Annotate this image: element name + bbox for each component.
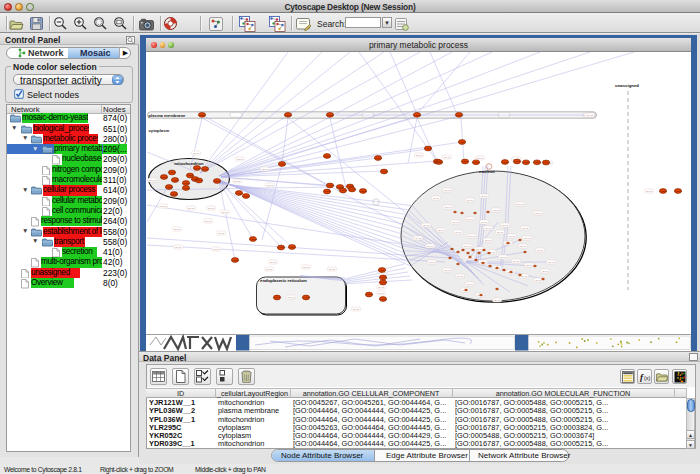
svg-text:ab-cd: ab-cd <box>438 229 445 232</box>
svg-text:ab-cd: ab-cd <box>535 212 542 215</box>
svg-text:ab-cd: ab-cd <box>548 261 555 264</box>
svg-text:ab-cd: ab-cd <box>481 221 488 224</box>
svg-text:ab-cd: ab-cd <box>427 245 434 248</box>
svg-text:ab-cd: ab-cd <box>537 249 544 252</box>
svg-text:ab-cd: ab-cd <box>509 235 516 238</box>
svg-text:ab-cd: ab-cd <box>485 227 492 230</box>
svg-text:YALxxx: YALxxx <box>472 161 481 164</box>
svg-text:YALxxx: YALxxx <box>249 238 258 241</box>
svg-text:unassigned: unassigned <box>615 83 639 88</box>
svg-text:ab-cd: ab-cd <box>444 269 451 272</box>
svg-text:YALxxx: YALxxx <box>195 179 204 182</box>
svg-text:ab-cd: ab-cd <box>188 207 195 210</box>
svg-text:ab-cd: ab-cd <box>444 156 451 159</box>
svg-text:ab-cd: ab-cd <box>535 279 542 282</box>
svg-text:YALxxx: YALxxx <box>182 182 191 185</box>
svg-text:YALxxx: YALxxx <box>455 114 464 117</box>
svg-text:YALxxx: YALxxx <box>168 171 177 174</box>
svg-text:YALxxx: YALxxx <box>326 184 335 187</box>
svg-text:ab-cd: ab-cd <box>329 268 336 271</box>
svg-text:ab-cd: ab-cd <box>213 248 220 251</box>
svg-text:YALxxx: YALxxx <box>170 193 179 196</box>
svg-text:ab-cd: ab-cd <box>267 184 274 187</box>
svg-text:ab-cd: ab-cd <box>497 231 504 234</box>
svg-text:YALxxx: YALxxx <box>186 174 195 177</box>
svg-text:ab-cd: ab-cd <box>416 154 423 157</box>
svg-text:YALxxx: YALxxx <box>165 186 174 189</box>
svg-text:YALxxx: YALxxx <box>461 160 470 163</box>
svg-text:YALxxx: YALxxx <box>160 176 169 179</box>
svg-text:ab-cd: ab-cd <box>520 245 527 248</box>
svg-text:YALxxx: YALxxx <box>435 161 444 164</box>
svg-text:YALxxx: YALxxx <box>326 114 335 117</box>
svg-text:ab-cd: ab-cd <box>234 180 241 183</box>
svg-text:YALxxx: YALxxx <box>458 141 467 144</box>
svg-text:ab-cd: ab-cd <box>270 261 277 264</box>
svg-text:ab-cd: ab-cd <box>452 221 459 224</box>
svg-text:YALxxx: YALxxx <box>378 269 387 272</box>
svg-text:ab-cd: ab-cd <box>521 275 528 278</box>
svg-text:YALxxx: YALxxx <box>278 163 287 166</box>
svg-text:YALxxx: YALxxx <box>242 195 251 198</box>
svg-text:nucleus: nucleus <box>479 169 495 174</box>
svg-text:ab-cd: ab-cd <box>467 283 474 286</box>
svg-text:ab-cd: ab-cd <box>524 237 531 240</box>
svg-text:ab-cd: ab-cd <box>467 218 474 221</box>
svg-text:ab-cd: ab-cd <box>266 268 273 271</box>
svg-text:YALxxx: YALxxx <box>674 190 683 193</box>
svg-text:ab-cd: ab-cd <box>262 168 269 171</box>
svg-text:plasma membrane: plasma membrane <box>149 113 186 118</box>
svg-text:ab-cd: ab-cd <box>485 239 492 242</box>
svg-text:ab-cd: ab-cd <box>467 199 474 202</box>
svg-text:ab-cd: ab-cd <box>218 232 225 235</box>
svg-text:YALxxx: YALxxx <box>365 293 374 296</box>
svg-text:ab-cd: ab-cd <box>457 275 464 278</box>
svg-text:ab-cd: ab-cd <box>542 270 549 273</box>
svg-text:YALxxx: YALxxx <box>284 114 293 117</box>
svg-text:YALxxx: YALxxx <box>323 190 332 193</box>
svg-text:YALxxx: YALxxx <box>659 190 668 193</box>
svg-text:YALxxx: YALxxx <box>182 187 191 190</box>
svg-text:YALxxx: YALxxx <box>193 167 202 170</box>
svg-text:YALxxx: YALxxx <box>501 161 510 164</box>
svg-text:ab-cd: ab-cd <box>423 224 430 227</box>
svg-text:ab-cd: ab-cd <box>378 286 385 289</box>
svg-text:ab-cd: ab-cd <box>500 256 507 259</box>
svg-text:ab-cd: ab-cd <box>175 246 182 249</box>
svg-text:ab-cd: ab-cd <box>481 195 488 198</box>
svg-text:ab-cd: ab-cd <box>526 264 533 267</box>
svg-text:ab-cd: ab-cd <box>378 292 385 295</box>
svg-text:ab-cd: ab-cd <box>160 205 167 208</box>
svg-text:YALxxx: YALxxx <box>380 170 389 173</box>
svg-text:ab-cd: ab-cd <box>208 207 215 210</box>
svg-text:YALxxx: YALxxx <box>413 114 422 117</box>
svg-text:mitochondrion: mitochondrion <box>174 161 204 166</box>
svg-text:ab-cd: ab-cd <box>513 260 520 263</box>
svg-text:ab-cd: ab-cd <box>353 308 360 311</box>
svg-text:ab-cd: ab-cd <box>517 203 524 206</box>
svg-text:ab-cd: ab-cd <box>222 211 229 214</box>
svg-text:ab-cd: ab-cd <box>646 190 653 193</box>
svg-text:ab-cd: ab-cd <box>303 266 310 269</box>
svg-text:YALxxx: YALxxx <box>533 161 542 164</box>
svg-text:ab-cd: ab-cd <box>477 157 484 160</box>
svg-text:(x): (x) <box>644 375 651 381</box>
svg-text:ab-cd: ab-cd <box>587 114 594 117</box>
svg-text:ab-cd: ab-cd <box>433 197 440 200</box>
svg-text:ab-cd: ab-cd <box>445 206 452 209</box>
svg-text:YALxxx: YALxxx <box>302 296 311 299</box>
svg-text:ab-cd: ab-cd <box>149 179 156 182</box>
svg-text:cytoplasm: cytoplasm <box>149 128 170 133</box>
svg-text:ab-cd: ab-cd <box>476 248 483 251</box>
svg-text:YALxxx: YALxxx <box>201 168 210 171</box>
svg-text:ab-cd: ab-cd <box>493 209 500 212</box>
svg-text:YALxxx: YALxxx <box>323 155 332 158</box>
svg-text:ab-cd: ab-cd <box>429 261 436 264</box>
svg-text:YALxxx: YALxxx <box>348 188 357 191</box>
svg-text:ab-cd: ab-cd <box>522 227 529 230</box>
svg-text:ab-cd: ab-cd <box>205 220 212 223</box>
svg-text:YALxxx: YALxxx <box>359 190 368 193</box>
svg-text:YALxxx: YALxxx <box>424 147 433 150</box>
svg-text:YALxxx: YALxxx <box>374 157 383 160</box>
svg-text:YALxxx: YALxxx <box>542 161 551 164</box>
